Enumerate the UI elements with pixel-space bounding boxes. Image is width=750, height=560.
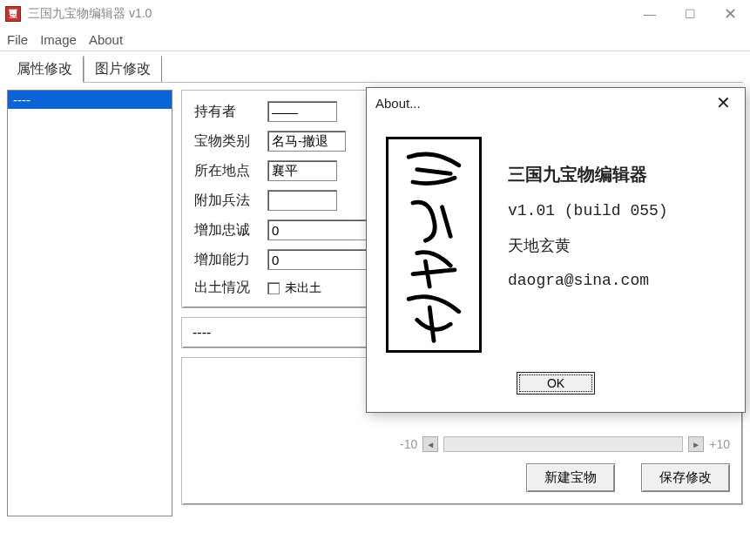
window-title: 三国九宝物编辑器 v1.0 (28, 6, 630, 22)
type-input[interactable] (267, 131, 346, 152)
dialog-titlebar: About... ✕ (367, 88, 745, 118)
slider-left-arrow[interactable]: ◄ (422, 436, 438, 452)
tactic-label: 附加兵法 (194, 192, 259, 210)
dialog-close-button[interactable]: ✕ (710, 92, 736, 113)
item-list[interactable]: ---- (7, 90, 172, 516)
loyalty-label: 增加忠诚 (194, 221, 259, 240)
about-author: 天地玄黄 (508, 235, 668, 256)
slider-track[interactable] (443, 436, 683, 452)
menubar: File Image About (0, 28, 750, 51)
minimize-button[interactable]: — (630, 0, 670, 28)
about-app-name: 三国九宝物编辑器 (508, 163, 668, 186)
location-input[interactable] (267, 160, 337, 181)
list-item[interactable]: ---- (8, 91, 172, 109)
save-button[interactable]: 保存修改 (641, 463, 730, 492)
menu-about[interactable]: About (89, 32, 123, 47)
slider-plus[interactable]: +10 (709, 437, 730, 451)
new-item-button[interactable]: 新建宝物 (526, 463, 615, 492)
ability-input[interactable] (267, 249, 372, 270)
type-label: 宝物类别 (194, 132, 259, 151)
ability-label: 增加能力 (194, 251, 259, 269)
about-dialog: About... ✕ 三国九宝物编辑器 v1.01 (build 055) 天地… (366, 87, 746, 413)
slider-minus[interactable]: -10 (400, 437, 417, 451)
dig-checkbox[interactable] (267, 282, 280, 294)
window-titlebar: 璽 三国九宝物编辑器 v1.0 — ☐ ✕ (0, 0, 750, 28)
maximize-button[interactable]: ☐ (670, 0, 710, 28)
app-icon: 璽 (5, 6, 21, 22)
about-version: v1.01 (build 055) (508, 202, 668, 219)
calligraphy-image (386, 137, 482, 353)
dialog-title: About... (375, 96, 710, 111)
owner-input[interactable] (267, 101, 337, 122)
tab-images[interactable]: 图片修改 (84, 56, 162, 83)
about-ok-button[interactable]: OK (517, 372, 595, 395)
slider-right-arrow[interactable]: ► (688, 436, 704, 452)
slider-row: -10 ◄ ► +10 (400, 436, 730, 452)
dig-checkbox-label: 未出土 (285, 280, 321, 296)
menu-image[interactable]: Image (40, 32, 77, 47)
tab-attributes[interactable]: 属性修改 (5, 56, 84, 83)
close-button[interactable]: ✕ (710, 0, 750, 28)
menu-file[interactable]: File (7, 32, 28, 47)
tactic-input[interactable] (267, 190, 337, 211)
loyalty-input[interactable] (267, 219, 372, 240)
owner-label: 持有者 (194, 103, 259, 121)
about-email: daogra@sina.com (508, 272, 668, 289)
location-label: 所在地点 (194, 162, 259, 180)
tabs: 属性修改 图片修改 (0, 51, 750, 82)
dig-label: 出土情况 (194, 279, 259, 297)
